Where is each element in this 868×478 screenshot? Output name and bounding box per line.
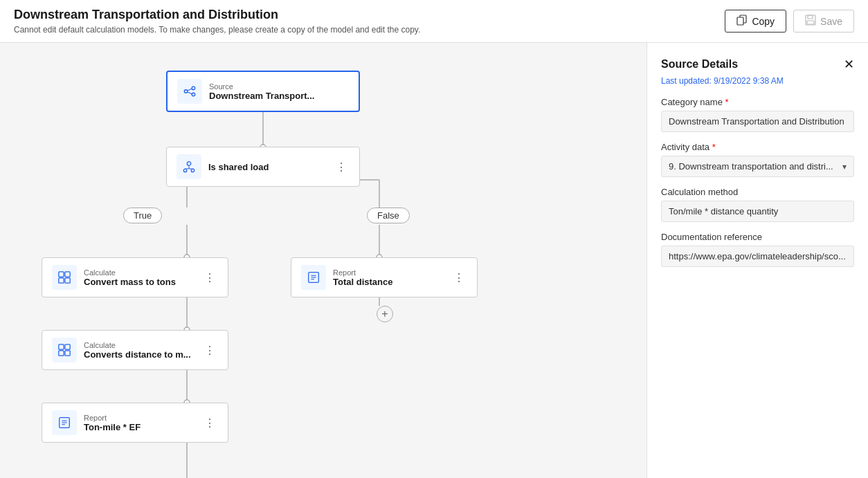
calculation-method-value: Ton/mile * distance quantity xyxy=(661,201,854,222)
total-distance-sublabel: Report xyxy=(333,268,392,277)
activity-data-label: Activity data * xyxy=(661,142,854,152)
convert-mass-labels: Calculate Convert mass to tons xyxy=(84,268,176,287)
svg-rect-32 xyxy=(59,272,64,277)
activity-data-field: Activity data * 9. Downstream transporta… xyxy=(661,142,854,177)
total-distance-labels: Report Total distance xyxy=(333,268,392,287)
svg-point-28 xyxy=(191,169,195,172)
svg-rect-4 xyxy=(807,21,814,24)
false-label-text: False xyxy=(377,210,399,221)
header: Downstream Transportation and Distributi… xyxy=(0,0,868,43)
svg-rect-35 xyxy=(65,278,70,283)
calculation-method-label: Calculation method xyxy=(661,187,854,197)
copy-icon xyxy=(736,15,748,28)
add-step-false-button[interactable]: + xyxy=(377,306,393,322)
source-node-labels: Source Downstream Transport... xyxy=(209,82,314,101)
false-branch-label: False xyxy=(367,208,410,223)
category-name-field: Category name * Downstream Transportatio… xyxy=(661,97,854,132)
svg-rect-34 xyxy=(59,278,64,283)
panel-header: Source Details ✕ xyxy=(661,57,854,72)
svg-point-22 xyxy=(192,86,195,90)
header-left: Downstream Transportation and Distributi… xyxy=(14,7,420,35)
true-branch-label: True xyxy=(123,208,162,223)
svg-rect-40 xyxy=(59,344,64,349)
ton-mile-sublabel: Report xyxy=(84,414,141,422)
ton-mile-title: Ton-mile * EF xyxy=(84,422,141,432)
convert-mass-sublabel: Calculate xyxy=(84,268,176,277)
activity-data-value: 9. Downstream transportation and distri.… xyxy=(669,161,833,172)
converts-distance-sublabel: Calculate xyxy=(84,341,191,349)
ton-mile-labels: Report Ton-mile * EF xyxy=(84,414,141,432)
flow-canvas[interactable]: Source Downstream Transport... xyxy=(0,43,647,478)
source-node-sublabel: Source xyxy=(209,82,314,91)
category-name-label: Category name * xyxy=(661,97,854,107)
panel-last-updated: Last updated: 9/19/2022 9:38 AM xyxy=(661,76,854,86)
svg-rect-43 xyxy=(65,351,70,356)
calculation-method-field: Calculation method Ton/mile * distance q… xyxy=(661,187,854,222)
svg-line-24 xyxy=(188,89,192,91)
dropdown-arrow-icon: ▾ xyxy=(842,162,847,172)
svg-point-26 xyxy=(187,162,190,165)
convert-mass-node[interactable]: Calculate Convert mass to tons ⋮ xyxy=(42,257,228,297)
condition-node[interactable]: Is shared load ⋮ xyxy=(166,147,360,187)
condition-node-title: Is shared load xyxy=(208,162,269,172)
converts-distance-labels: Calculate Converts distance to m... xyxy=(84,341,191,360)
ton-mile-icon xyxy=(52,410,77,435)
source-details-panel: Source Details ✕ Last updated: 9/19/2022… xyxy=(647,43,868,478)
svg-point-27 xyxy=(183,169,187,172)
ton-mile-node[interactable]: Report Ton-mile * EF ⋮ xyxy=(42,403,228,443)
convert-mass-title: Convert mass to tons xyxy=(84,277,176,287)
total-distance-menu[interactable]: ⋮ xyxy=(451,271,467,284)
main-area: Source Downstream Transport... xyxy=(0,43,868,478)
total-distance-title: Total distance xyxy=(333,277,392,287)
source-node-icon xyxy=(177,79,202,104)
svg-rect-41 xyxy=(65,344,70,349)
close-icon[interactable]: ✕ xyxy=(844,57,854,72)
category-name-value: Downstream Transportation and Distributi… xyxy=(661,111,854,132)
true-label-text: True xyxy=(134,210,152,221)
svg-line-25 xyxy=(188,92,192,94)
flow-container: Source Downstream Transport... xyxy=(0,57,647,478)
source-node[interactable]: Source Downstream Transport... xyxy=(166,71,360,112)
svg-point-21 xyxy=(184,90,188,93)
header-actions: Copy Save xyxy=(725,7,854,33)
plus-icon-false: + xyxy=(381,308,388,320)
svg-point-23 xyxy=(192,93,195,96)
total-distance-icon xyxy=(301,265,326,290)
condition-node-icon xyxy=(177,154,201,179)
activity-data-dropdown[interactable]: 9. Downstream transportation and distri.… xyxy=(661,156,854,177)
condition-node-menu[interactable]: ⋮ xyxy=(333,160,350,174)
save-icon xyxy=(805,15,816,28)
documentation-reference-value: https://www.epa.gov/climateleadership/sc… xyxy=(661,246,854,267)
converts-distance-icon xyxy=(52,338,77,362)
condition-node-labels: Is shared load xyxy=(208,162,269,172)
converts-distance-title: Converts distance to m... xyxy=(84,349,191,360)
svg-rect-3 xyxy=(808,15,813,19)
svg-rect-33 xyxy=(65,272,70,277)
save-label: Save xyxy=(820,16,842,27)
svg-rect-1 xyxy=(737,17,743,25)
source-node-title: Downstream Transport... xyxy=(209,91,314,101)
page-title: Downstream Transportation and Distributi… xyxy=(14,7,420,23)
documentation-reference-label: Documentation reference xyxy=(661,232,854,242)
panel-title: Source Details xyxy=(661,58,738,71)
total-distance-node[interactable]: Report Total distance ⋮ xyxy=(291,257,478,297)
ton-mile-menu[interactable]: ⋮ xyxy=(201,416,218,430)
documentation-reference-field: Documentation reference https://www.epa.… xyxy=(661,232,854,267)
save-button[interactable]: Save xyxy=(793,10,854,33)
convert-mass-icon xyxy=(52,265,77,290)
converts-distance-menu[interactable]: ⋮ xyxy=(201,344,218,357)
page-subtitle: Cannot edit default calculation models. … xyxy=(14,25,420,35)
svg-rect-42 xyxy=(59,351,64,356)
copy-button[interactable]: Copy xyxy=(725,10,786,33)
converts-distance-node[interactable]: Calculate Converts distance to m... ⋮ xyxy=(42,330,228,370)
convert-mass-menu[interactable]: ⋮ xyxy=(201,271,218,284)
copy-label: Copy xyxy=(752,16,775,27)
